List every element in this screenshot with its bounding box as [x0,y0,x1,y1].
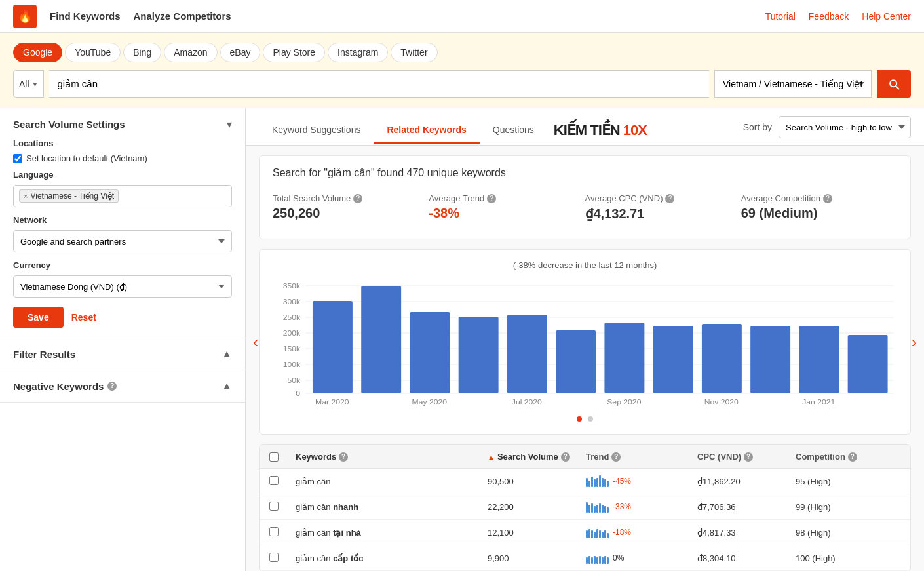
keywords-help-icon[interactable]: ? [339,452,348,462]
row-competition-4: 100 (High) [796,553,900,563]
svg-text:Nov 2020: Nov 2020 [704,398,739,406]
feedback-link[interactable]: Feedback [809,11,849,22]
svg-text:Jan 2021: Jan 2021 [802,398,835,406]
mini-chart-1 [586,475,609,487]
network-select[interactable]: Google and search partners [13,230,232,252]
mini-chart-2 [586,501,609,513]
tab-instagram[interactable]: Instagram [328,43,388,62]
row-cpc-1: ₫11,862.20 [697,477,789,486]
tab-related-keywords[interactable]: Related Keywords [374,118,479,144]
filter-results-header[interactable]: Filter Results ▲ [13,348,232,360]
chart-dot-2[interactable] [588,416,593,422]
table-header: Keywords ? ▲ Search Volume ? Trend ? CPC… [260,445,910,469]
chevron-up-icon: ▲ [221,380,232,392]
brand-logo: KIẾM TIỀN 10X [554,122,647,139]
tab-ebay[interactable]: eBay [220,43,261,62]
chart-title: (-38% decrease in the last 12 months) [273,260,897,270]
row-checkbox-3[interactable] [269,527,289,538]
row-volume-4: 9,900 [488,553,579,563]
help-icon[interactable]: ? [353,194,362,203]
result-summary: Search for "giảm cân" found 470 unique k… [259,155,911,239]
row-volume-2: 22,200 [488,502,579,512]
tag-x[interactable]: × [24,192,28,200]
chart-prev-button[interactable]: ‹ [253,333,258,351]
svg-text:May 2020: May 2020 [412,398,448,406]
table-row: giảm cân tại nhà 12,100 -18% ₫4,817.33 9… [260,520,910,545]
tab-google[interactable]: Google [13,43,62,62]
location-checkbox[interactable] [13,154,22,163]
table-row: giảm cân nhanh 22,200 -33% ₫7,706.36 99 … [260,494,910,520]
nav-find-keywords[interactable]: Find Keywords [50,10,121,22]
select-all-checkbox[interactable] [269,452,279,462]
currency-label: Currency [13,260,232,270]
main-layout: Search Volume Settings ▾ Locations Set l… [0,108,924,571]
language-tag-input[interactable]: × Vietnamese - Tiếng Việt [13,185,232,207]
chart-dot-1[interactable] [577,416,582,422]
negative-keywords-help-icon[interactable]: ? [107,382,117,391]
volume-settings-content: Locations Set location to default (Vietn… [13,130,232,328]
svg-text:0: 0 [296,389,300,397]
tab-keyword-suggestions[interactable]: Keyword Suggestions [259,118,374,144]
row-cpc-3: ₫4,817.33 [697,528,789,538]
help-icon[interactable]: ? [665,194,674,203]
competition-help-icon[interactable]: ? [848,452,857,462]
tab-bing[interactable]: Bing [123,43,161,62]
svg-text:Jul 2020: Jul 2020 [512,398,542,406]
th-search-volume[interactable]: ▲ Search Volume ? [488,452,579,462]
search-button[interactable] [877,70,911,98]
row-checkbox-4[interactable] [269,553,289,564]
svg-text:250k: 250k [283,313,301,321]
search-input[interactable] [49,70,709,98]
reset-button[interactable]: Reset [71,312,96,323]
help-icon[interactable]: ? [487,194,496,203]
stat-avg-competition-value: 69 (Medium) [741,206,897,221]
search-prefix[interactable]: All ▼ [13,70,44,98]
save-button[interactable]: Save [13,307,64,328]
sort-select[interactable]: Search Volume - high to low [779,116,911,138]
row-trend-2: -33% [586,501,691,513]
chart-container: 350k 300k 250k 200k 150k 100k 50k 0 [273,277,897,408]
nav-analyze-competitors[interactable]: Analyze Competitors [134,10,231,22]
language-select[interactable]: Vietnam / Vietnamese - Tiếng Việt [714,70,872,98]
row-keyword-2: giảm cân nhanh [296,502,481,512]
row-checkbox-1[interactable] [269,476,289,487]
stat-total-volume-label: Total Search Volume ? [273,193,429,203]
th-keywords[interactable]: Keywords ? [296,452,481,462]
tab-youtube[interactable]: YouTube [65,43,121,62]
tab-amazon[interactable]: Amazon [164,43,217,62]
svg-rect-16 [313,301,353,393]
chevron-up-icon: ▲ [221,348,232,360]
logo[interactable]: 🔥 [13,5,37,28]
tab-twitter[interactable]: Twitter [391,43,437,62]
row-checkbox-2[interactable] [269,502,289,513]
currency-select[interactable]: Vietnamese Dong (VND) (₫) [13,275,232,298]
svg-text:300k: 300k [283,298,301,305]
trend-help-icon[interactable]: ? [611,452,621,462]
help-center-link[interactable]: Help Center [862,11,911,22]
search-area: Google YouTube Bing Amazon eBay Play Sto… [0,33,924,108]
negative-keywords-header[interactable]: Negative Keywords ? ▲ [13,380,232,392]
search-icon [887,77,900,90]
search-volume-help-icon[interactable]: ? [561,452,570,462]
volume-settings-header[interactable]: Search Volume Settings ▾ [13,118,232,130]
stat-avg-competition-label: Average Competition ? [741,193,897,203]
tutorial-link[interactable]: Tutorial [765,11,796,22]
th-competition: Competition ? [796,452,900,462]
row-trend-4: 0% [586,552,691,564]
search-row: All ▼ Vietnam / Vietnamese - Tiếng Việt [13,70,911,98]
tab-questions[interactable]: Questions [480,118,547,144]
tab-playstore[interactable]: Play Store [263,43,325,62]
chart-next-button[interactable]: › [912,333,917,351]
location-checkbox-row: Set location to default (Vietnam) [13,153,232,163]
row-trend-1: -45% [586,475,691,487]
negative-keywords-section: Negative Keywords ? ▲ [0,370,245,403]
chart-svg: 350k 300k 250k 200k 150k 100k 50k 0 [273,277,897,408]
brand-text-orange: 10X [623,122,647,138]
row-volume-1: 90,500 [488,477,579,486]
result-text: Search for "giảm cân" found 470 unique k… [273,167,897,179]
settings-btn-row: Save Reset [13,307,232,328]
cpc-help-icon[interactable]: ? [744,452,753,462]
help-icon[interactable]: ? [823,194,832,203]
location-checkbox-label: Set location to default (Vietnam) [26,153,147,163]
th-trend: Trend ? [586,452,691,462]
